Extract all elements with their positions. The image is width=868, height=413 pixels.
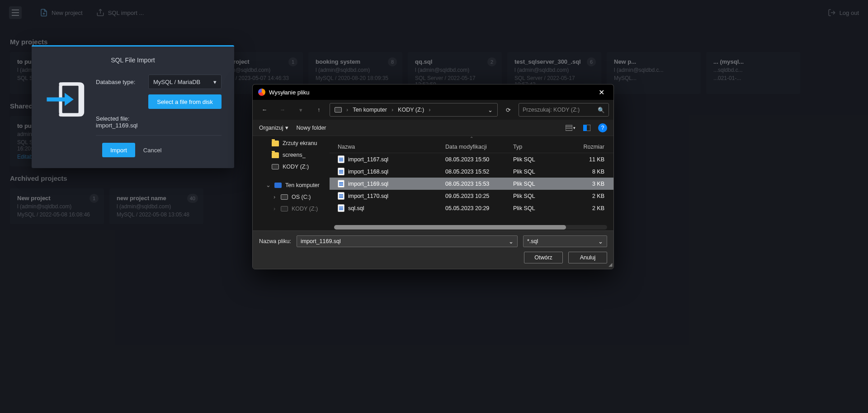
file-size: 2 KB — [567, 205, 608, 211]
import-modal-icon — [44, 75, 85, 121]
nav-logout[interactable]: Log out — [828, 9, 859, 17]
drive-icon — [281, 206, 288, 211]
dialog-nav-bar: ← → ▾ ↑ › Ten komputer › KODY (Z:) › ⌄ ⟳… — [253, 100, 613, 120]
search-icon: 🔍 — [598, 107, 605, 113]
top-nav: New project SQL import ... Log out — [0, 0, 868, 25]
project-card-meta: MySQL / 2022-05-08 16:08:46 — [17, 211, 97, 218]
project-card-owner: l (admin@sqldbd.com) — [316, 67, 395, 73]
file-modified: 08.05.2023 15:52 — [445, 169, 513, 175]
breadcrumb-root[interactable]: Ten komputer — [353, 107, 387, 113]
tree-item[interactable]: ›KODY (Z:) — [256, 204, 326, 213]
file-type: Plik SQL — [513, 181, 567, 187]
selected-file-name: import_1169.sql — [96, 122, 222, 129]
project-card-owner: l (admin@sqldbd.com) — [17, 203, 97, 210]
nav-new-project[interactable]: New project — [40, 9, 83, 17]
col-type[interactable]: Typ — [513, 144, 567, 150]
col-size[interactable]: Rozmiar — [567, 144, 608, 150]
sql-file-icon — [338, 192, 344, 200]
breadcrumb-drive[interactable]: KODY (Z:) — [398, 107, 424, 113]
dialog-cancel-button[interactable]: Anuluj — [568, 252, 607, 263]
nav-back-button[interactable]: ← — [257, 103, 272, 116]
project-card-title: New project — [17, 195, 97, 202]
project-card[interactable]: 40 new project name l (admin@sqldbd.com)… — [109, 188, 203, 224]
file-row[interactable]: import_1168.sql 08.05.2023 15:52 Plik SQ… — [330, 165, 613, 178]
file-row[interactable]: sql.sql 05.05.2023 20:29 Plik SQL 2 KB — [330, 202, 613, 214]
chevron-down-icon: ⌄ — [598, 238, 603, 245]
project-card[interactable]: 1 New project l (admin@sqldbd.com) MySQL… — [10, 188, 104, 224]
file-list: ⌃ Nazwa Data modyfikacji Typ Rozmiar imp… — [330, 136, 613, 230]
file-filter-value: *.sql — [527, 238, 538, 244]
file-row-selected[interactable]: import_1169.sql 08.05.2023 15:53 Plik SQ… — [330, 178, 613, 190]
filename-input[interactable]: import_1169.sql ⌄ — [297, 235, 518, 247]
sql-file-icon — [338, 155, 344, 163]
project-card[interactable]: New p... l (admin@sqldbd.c... MySQL... — [607, 52, 701, 94]
firefox-icon — [258, 89, 265, 96]
preview-pane-button[interactable] — [582, 123, 592, 133]
tree-item[interactable]: screens_ — [256, 150, 326, 160]
tree-label: KODY (Z:) — [283, 164, 309, 170]
nav-sql-import[interactable]: SQL import ... — [96, 9, 144, 17]
project-card-meta: MySQL / 2020-08-20 18:09:35 — [316, 75, 395, 81]
nav-recent-dropdown[interactable]: ▾ — [293, 103, 308, 116]
view-mode-button[interactable]: ▾ — [566, 123, 576, 133]
dialog-toolbar: Organizuj ▾ Nowy folder ▾ ? — [253, 120, 613, 136]
horizontal-scrollbar[interactable] — [334, 225, 607, 230]
tree-item[interactable]: KODY (Z:) — [256, 162, 326, 171]
file-row[interactable]: import_1167.sql 08.05.2023 15:50 Plik SQ… — [330, 153, 613, 165]
file-size: 3 KB — [567, 181, 608, 187]
dialog-title: Wysyłanie pliku — [269, 89, 309, 96]
search-box[interactable]: Przeszukaj: KODY (Z:) 🔍 — [519, 103, 609, 117]
project-card-title: new project name — [117, 195, 196, 202]
logout-icon — [828, 9, 836, 17]
file-list-header[interactable]: Nazwa Data modyfikacji Typ Rozmiar — [330, 141, 613, 153]
expand-toggle[interactable]: ⌄ — [265, 182, 271, 188]
dialog-titlebar[interactable]: Wysyłanie pliku ✕ — [253, 84, 613, 100]
project-card-owner: l (admin@sqldbd.com) — [514, 67, 594, 73]
import-modal-title: SQL File Import — [44, 56, 222, 64]
nav-forward-button[interactable]: → — [275, 103, 290, 116]
select-file-button[interactable]: Select a file from disk — [148, 94, 222, 109]
tree-item[interactable]: Zrzuty ekranu — [256, 139, 326, 148]
project-card[interactable]: ... (mysql... ...sqldbd.c... ...021-01-.… — [706, 52, 800, 94]
chevron-down-icon[interactable]: ⌄ — [488, 107, 493, 113]
project-card-owner: l (admin@sqldbd.c... — [614, 67, 693, 73]
project-badge: 8 — [388, 57, 397, 66]
folder-icon — [272, 152, 279, 158]
project-card-owner: l (admin@sqldbd.com) — [415, 67, 495, 73]
tree-label: Ten komputer — [285, 182, 320, 188]
nav-up-button[interactable]: ↑ — [311, 103, 326, 116]
chevron-down-icon[interactable]: ⌄ — [509, 238, 514, 245]
col-modified[interactable]: Data modyfikacji — [445, 144, 513, 150]
file-modified: 08.05.2023 15:53 — [445, 181, 513, 187]
file-name: import_1168.sql — [348, 169, 388, 175]
project-card-meta: ...021-01-... — [713, 75, 793, 81]
expand-toggle[interactable]: › — [272, 194, 277, 200]
tree-item-this-pc[interactable]: ⌄Ten komputer — [256, 180, 326, 190]
breadcrumb-path[interactable]: › Ten komputer › KODY (Z:) › ⌄ — [330, 103, 498, 117]
selected-file-label: Selected file: — [96, 115, 222, 122]
folder-tree: Zrzuty ekranu screens_ KODY (Z:) ⌄Ten ko… — [253, 136, 330, 230]
tree-item[interactable]: ›OS (C:) — [256, 192, 326, 202]
db-type-select[interactable]: MySQL / MariaDB ▾ — [148, 75, 222, 89]
project-card-owner: l (admin@sqldbd.com) — [117, 203, 196, 210]
help-button[interactable]: ? — [598, 123, 607, 132]
expand-toggle[interactable]: › — [272, 206, 277, 212]
organize-menu[interactable]: Organizuj ▾ — [259, 124, 288, 131]
import-cancel-button[interactable]: Cancel — [143, 147, 161, 154]
col-name[interactable]: Nazwa — [338, 144, 445, 150]
file-name: import_1170.sql — [348, 193, 388, 199]
tree-label: KODY (Z:) — [292, 206, 318, 212]
dialog-open-button[interactable]: Otwórz — [524, 252, 563, 263]
import-button[interactable]: Import — [102, 143, 135, 157]
file-row[interactable]: import_1170.sql 09.05.2023 10:25 Plik SQ… — [330, 190, 613, 202]
file-filter-select[interactable]: *.sql ⌄ — [523, 235, 607, 247]
menu-hamburger-button[interactable] — [9, 6, 22, 19]
refresh-button[interactable]: ⟳ — [501, 107, 515, 113]
new-folder-button[interactable]: Nowy folder — [297, 125, 326, 131]
filename-label: Nazwa pliku: — [259, 238, 291, 244]
dialog-close-button[interactable]: ✕ — [595, 86, 608, 99]
db-type-label: Database type: — [96, 79, 144, 85]
drive-icon — [335, 107, 342, 113]
project-badge: 6 — [587, 57, 596, 66]
nav-new-project-label: New project — [52, 9, 83, 16]
